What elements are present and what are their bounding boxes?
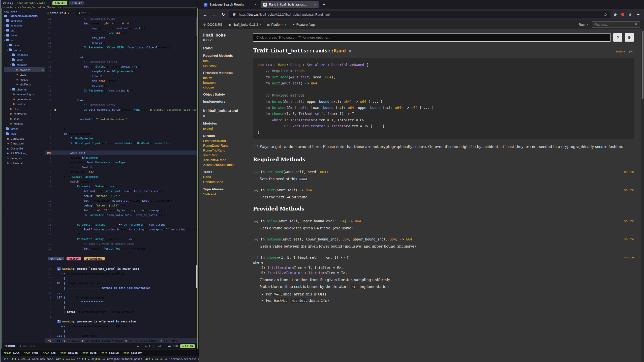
sidebar-link-randomseed[interactable]: RandomSeed [203,180,244,184]
sidebar-link-xorshift64rand[interactable]: XorShift64Rand [203,158,244,162]
docsrs-brand-menu[interactable]: ⚙DOCS.RS [203,23,222,26]
zellij-tab-1[interactable]: Tab #1 [52,1,68,5]
clippy-output-pane[interactable]: 16151 warning: method `generate_param` i… [45,262,197,343]
sidebar-link-choose[interactable]: choose [203,85,244,89]
collapse-toggle[interactable]: [−] [253,220,259,223]
bottom-pane-scrollbar[interactable] [196,265,197,288]
sidebar-link-implementors[interactable]: Implementors [203,100,244,103]
buffer-tab-havoc-rs[interactable]: ●havoc.rs● 2× [45,10,76,16]
back-button[interactable]: ← [202,11,209,18]
tree-item-i2s-rs[interactable]: ⚙i2s.rs [4,72,45,77]
sidebar-heading-required-methods[interactable]: Required Methods [203,54,244,57]
extensions-puzzle-icon[interactable] [612,12,618,17]
tree-item-input[interactable]: ▸input [4,57,45,63]
collapse-toggle[interactable]: [−] [628,50,634,53]
tree-item-mutation[interactable]: ▾mutation [4,63,45,68]
sidebar-link-xkcdrand[interactable]: XkcdRand [203,153,244,157]
menu-hamburger-icon[interactable]: ≡ [635,12,641,17]
forward-button[interactable]: → [211,11,218,18]
tree-item-dockerfile[interactable]: ◧Dockerfile [4,146,45,151]
sidebar-link-xoshiro256starrand[interactable]: Xoshiro256StarRand [203,163,244,167]
sidebar-heading-modules[interactable]: Modules [203,122,244,125]
tree-item-cli-rs[interactable]: ⚙cli.rs [4,107,45,112]
sidebar-in-module[interactable]: In libafl_bolts::rands [203,108,238,118]
source-link[interactable]: source [624,188,634,192]
sidebar-link-lehmer64rand[interactable]: Lehmer64Rand [203,139,244,143]
reload-button[interactable]: ↻ [220,11,227,18]
close-buffer-icon[interactable]: × [72,11,74,15]
sidebar-link-romutriorand[interactable]: RomuTrioRand [203,148,244,152]
editor-scrollbar[interactable] [196,18,197,36]
tab-close-icon[interactable]: × [314,3,316,7]
source-link[interactable]: source [624,255,634,259]
close-buffer-icon[interactable]: × [88,11,90,15]
tree-item-cargo-toml[interactable]: ⚙Cargo.toml [4,141,45,146]
source-link[interactable]: source [624,219,634,223]
tree-item-havoc-rs[interactable]: ⚙havoc.rs⚠ [4,67,45,72]
tree-item-observer[interactable]: ▸observer [4,87,45,92]
ghostery-extension-icon[interactable] [628,12,633,17]
tree-item-cargo-lock[interactable]: ▣Cargo.lock [4,136,45,141]
tree-item-readme-org[interactable]: ◉README.org [4,151,45,156]
sidebar-heading-type-aliases[interactable]: Type Aliases [203,187,244,191]
tree-item-evmcmplog-rs[interactable]: ⚙evmcmplog.rs [4,92,45,97]
rustdoc-search-input[interactable] [253,33,611,42]
rust-menu[interactable]: Rust▾ [579,23,588,26]
tree-item-feedback[interactable]: ▸feedback [4,53,45,58]
neotree-sidebar[interactable]: Neo-tree ~/.genesis/Documents/ ▸contract… [2,10,45,343]
tab-close-icon[interactable]: × [255,3,257,7]
settings-gear-button[interactable]: ⚙ [625,33,634,42]
scrollbar-thumb[interactable] [642,31,643,99]
collapse-toggle[interactable]: [−] [253,256,259,259]
tree-item-out[interactable]: ▸out [4,28,45,33]
collapse-toggle[interactable]: [−] [253,189,259,192]
tree-item-fuzzer[interactable]: ▾fuzzer [4,48,45,53]
tree-item-evm[interactable]: ▸evm [4,43,45,48]
source-link[interactable]: source [624,237,634,241]
sidebar-link-rand[interactable]: Rand [203,175,244,179]
feature-flags-link[interactable]: ⚑Feature flags [292,23,316,26]
tree-item-lib-rs[interactable]: ⚙lib.rs [4,116,45,122]
url-bar[interactable]: https://docs.rs/libafl_bolts/0.11.2/liba… [229,11,610,18]
tree-item-tests[interactable]: ▸tests [4,131,45,136]
tree-item-contracts[interactable]: ▸contracts [4,18,45,23]
tree-item-revm[interactable]: ▸revm [4,33,45,38]
tree-item-shuffle-rs[interactable]: ⚙shuffle.rs [4,82,45,87]
sidebar-heading-traits[interactable]: Traits [203,170,244,174]
sidebar-link-object-safety[interactable]: Object Safety [203,93,244,96]
sidebar-heading-provided-methods[interactable]: Provided Methods [203,71,244,75]
collapse-toggle[interactable]: [−] [253,145,259,149]
copy-path-button[interactable] [348,47,352,54]
tree-item-mod-rs[interactable]: ⚙mod.rs [4,102,45,107]
source-link[interactable]: source [616,49,625,53]
tree-item-examples[interactable]: ▸examples [4,23,45,28]
tree-item-target[interactable]: ▸target [4,126,45,131]
tree-item-mod-rs[interactable]: ⚙mod.rs [4,77,45,82]
tree-item-release-sh[interactable]: $release.sh [4,161,45,166]
sidebar-crate-name[interactable]: libafl_bolts [203,33,244,38]
sidebar-link-romuduojrrand[interactable]: RomuDuoJrRand [203,144,244,147]
tree-item-debug-sh[interactable]: $debug.sh [4,156,45,161]
sidebar-link-below[interactable]: below [203,76,244,80]
tree-item-contract-rs[interactable]: ⚙contract.rs [4,112,45,117]
buffer-tab-zsh[interactable]: ●zsh× [76,10,93,16]
source-link[interactable]: source [624,170,634,174]
browser-tab-2[interactable]: Rand in libafl_bolts::rands…× [261,1,319,8]
crate-version-menu[interactable]: ▣libafl_bolts-0.11.2▾ [228,23,261,26]
code-editor[interactable]: 28 // Parameter::Value27 let value: [u64… [45,16,197,256]
sidebar-heading-structs[interactable]: Structs [203,134,244,138]
sidebar-link-set_seed[interactable]: set_seed [203,64,244,67]
browser-tab-1[interactable]: Startpage Search Results× [201,1,259,8]
tracking-shield-icon[interactable] [231,12,237,17]
new-tab-button[interactable]: + [320,2,327,7]
tree-item-src[interactable]: ▾src [4,38,45,43]
sidebar-link-next[interactable]: next [203,59,244,63]
sidebar-link-pybind[interactable]: pybind [203,127,244,130]
tree-item-main-rs[interactable]: ⚙main.rs [4,122,45,127]
tree-item-generator-rs[interactable]: ⚙generator.rs [4,97,45,102]
platform-menu[interactable]: ▦Platform▾ [267,23,286,26]
help-button[interactable]: ? [613,33,622,42]
zellij-tab-2[interactable]: Tab #2 [69,1,84,5]
neotree-root-path[interactable]: ~/.genesis/Documents/ [4,14,45,17]
collapse-toggle[interactable]: [−] [253,170,259,174]
